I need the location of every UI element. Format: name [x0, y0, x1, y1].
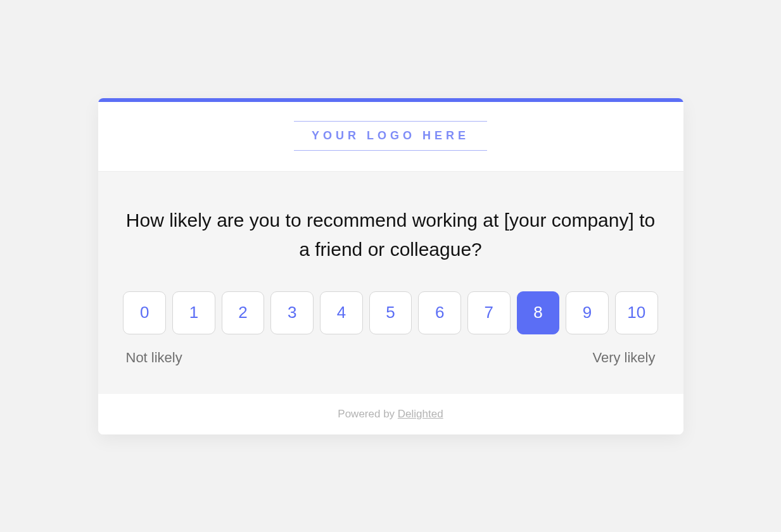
question-section: How likely are you to recommend working … [98, 172, 683, 394]
rating-option-9[interactable]: 9 [566, 291, 609, 334]
logo-section: YOUR LOGO HERE [98, 102, 683, 172]
logo-placeholder: YOUR LOGO HERE [294, 121, 487, 151]
rating-option-10[interactable]: 10 [615, 291, 658, 334]
rating-option-0[interactable]: 0 [123, 291, 166, 334]
survey-card: YOUR LOGO HERE How likely are you to rec… [98, 98, 683, 434]
rating-label-low: Not likely [126, 350, 182, 366]
rating-scale: 0 1 2 3 4 5 6 7 8 9 10 [124, 291, 658, 334]
rating-option-4[interactable]: 4 [320, 291, 363, 334]
footer: Powered by Delighted [98, 394, 683, 434]
rating-option-1[interactable]: 1 [172, 291, 215, 334]
rating-option-2[interactable]: 2 [222, 291, 265, 334]
rating-option-7[interactable]: 7 [467, 291, 511, 334]
rating-labels: Not likely Very likely [124, 350, 658, 366]
rating-option-3[interactable]: 3 [270, 291, 314, 334]
rating-label-high: Very likely [592, 350, 655, 366]
survey-question: How likely are you to recommend working … [124, 206, 658, 265]
rating-option-5[interactable]: 5 [369, 291, 412, 334]
footer-prefix: Powered by [338, 408, 398, 420]
footer-link[interactable]: Delighted [398, 408, 443, 420]
rating-option-6[interactable]: 6 [418, 291, 461, 334]
rating-option-8[interactable]: 8 [517, 291, 560, 334]
